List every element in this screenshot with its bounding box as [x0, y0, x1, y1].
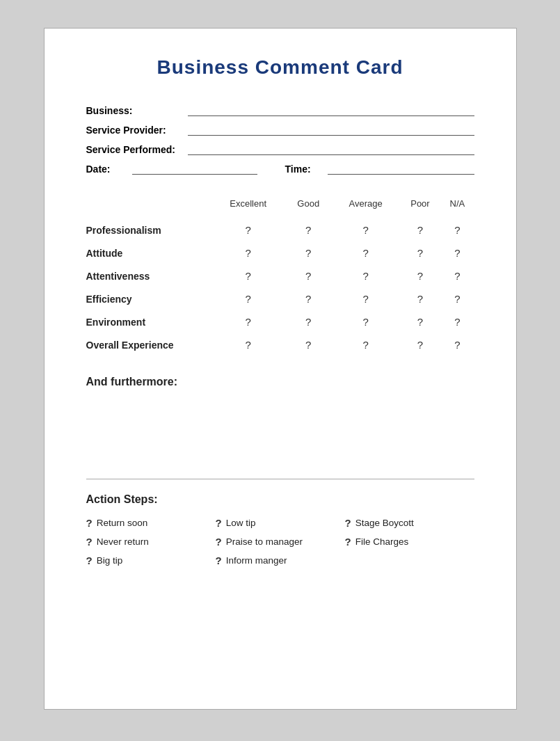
action-text: Never return — [97, 536, 149, 547]
service-performed-label: Service Performed: — [86, 144, 184, 155]
row-label: Attitude — [86, 241, 211, 264]
action-checkbox[interactable]: ? — [345, 536, 351, 548]
rating-cell[interactable]: ? — [400, 241, 441, 264]
rating-cell[interactable]: ? — [400, 333, 441, 356]
table-row: Environment????? — [86, 310, 474, 333]
rating-cell[interactable]: ? — [332, 287, 400, 310]
rating-cell[interactable]: ? — [285, 333, 332, 356]
table-row: Attentiveness????? — [86, 264, 474, 287]
action-item: ?Stage Boycott — [345, 517, 474, 529]
action-checkbox[interactable]: ? — [216, 536, 222, 548]
action-text: Return soon — [97, 518, 148, 528]
rating-cell[interactable]: ? — [440, 264, 474, 287]
rating-cell[interactable]: ? — [440, 310, 474, 333]
action-text: Big tip — [97, 555, 123, 566]
service-performed-input-line[interactable] — [188, 143, 474, 155]
action-item: ?File Charges — [345, 536, 474, 548]
rating-cell[interactable]: ? — [332, 310, 400, 333]
action-text: File Charges — [355, 536, 409, 547]
date-input-line[interactable] — [132, 162, 257, 175]
rating-cell[interactable]: ? — [285, 310, 332, 333]
divider — [86, 479, 474, 479]
rating-cell[interactable]: ? — [332, 264, 400, 287]
action-checkbox[interactable]: ? — [216, 555, 222, 566]
rating-cell[interactable]: ? — [440, 287, 474, 310]
rating-cell[interactable]: ? — [211, 218, 285, 241]
action-text: Low tip — [226, 518, 256, 528]
rating-cell[interactable]: ? — [211, 241, 285, 264]
rating-cell[interactable]: ? — [211, 333, 285, 356]
time-label: Time: — [285, 164, 323, 175]
row-label: Efficiency — [86, 287, 211, 310]
rating-cell[interactable]: ? — [400, 310, 441, 333]
rating-cell[interactable]: ? — [332, 333, 400, 356]
rating-cell[interactable]: ? — [285, 218, 332, 241]
action-item: ?Return soon — [86, 517, 216, 529]
time-input-line[interactable] — [328, 162, 474, 175]
rating-cell[interactable]: ? — [332, 218, 400, 241]
card-title: Business Comment Card — [86, 56, 474, 79]
service-provider-field-row: Service Provider: — [86, 123, 474, 136]
comment-card: Business Comment Card Business: Service … — [44, 28, 517, 710]
action-item: ?Low tip — [216, 517, 345, 529]
rating-cell[interactable]: ? — [440, 218, 474, 241]
action-text: Praise to manager — [226, 536, 303, 547]
action-item: ?Praise to manager — [216, 536, 345, 548]
rating-cell[interactable]: ? — [440, 333, 474, 356]
row-label: Overall Experience — [86, 333, 211, 356]
col-header-na: N/A — [440, 194, 474, 218]
rating-cell[interactable]: ? — [285, 287, 332, 310]
rating-cell[interactable]: ? — [400, 287, 441, 310]
rating-cell[interactable]: ? — [285, 264, 332, 287]
col-header-excellent: Excellent — [211, 194, 285, 218]
action-steps-title: Action Steps: — [86, 493, 474, 506]
furthermore-space — [86, 395, 474, 472]
date-label: Date: — [86, 164, 128, 175]
row-label: Professionalism — [86, 218, 211, 241]
table-row: Overall Experience????? — [86, 333, 474, 356]
service-provider-label: Service Provider: — [86, 125, 184, 136]
action-steps-grid: ?Return soon?Low tip?Stage Boycott?Never… — [86, 517, 474, 566]
action-checkbox[interactable]: ? — [345, 517, 351, 529]
action-text: Stage Boycott — [355, 518, 414, 528]
col-header-label — [86, 194, 211, 218]
action-checkbox[interactable]: ? — [216, 517, 222, 529]
table-row: Professionalism????? — [86, 218, 474, 241]
action-item: ?Big tip — [86, 555, 216, 566]
ratings-table: Excellent Good Average Poor N/A Professi… — [86, 194, 474, 356]
col-header-good: Good — [285, 194, 332, 218]
service-provider-input-line[interactable] — [188, 123, 474, 136]
rating-cell[interactable]: ? — [400, 264, 441, 287]
business-field-row: Business: — [86, 104, 474, 116]
table-row: Efficiency????? — [86, 287, 474, 310]
rating-cell[interactable]: ? — [332, 241, 400, 264]
ratings-header-row: Excellent Good Average Poor N/A — [86, 194, 474, 218]
action-text: Inform manger — [226, 555, 287, 566]
row-label: Environment — [86, 310, 211, 333]
business-input-line[interactable] — [188, 104, 474, 116]
col-header-poor: Poor — [400, 194, 441, 218]
rating-cell[interactable]: ? — [400, 218, 441, 241]
rating-cell[interactable]: ? — [211, 264, 285, 287]
row-label: Attentiveness — [86, 264, 211, 287]
action-item — [345, 555, 474, 566]
action-item: ?Never return — [86, 536, 216, 548]
action-checkbox[interactable]: ? — [86, 536, 93, 548]
table-row: Attitude????? — [86, 241, 474, 264]
action-checkbox[interactable]: ? — [86, 555, 93, 566]
action-item: ?Inform manger — [216, 555, 345, 566]
date-time-row: Date: Time: — [86, 162, 474, 175]
rating-cell[interactable]: ? — [211, 287, 285, 310]
service-performed-field-row: Service Performed: — [86, 143, 474, 155]
col-header-average: Average — [332, 194, 400, 218]
rating-cell[interactable]: ? — [440, 241, 474, 264]
action-checkbox[interactable]: ? — [86, 517, 93, 529]
rating-cell[interactable]: ? — [285, 241, 332, 264]
furthermore-label: And furthermore: — [86, 376, 474, 388]
rating-cell[interactable]: ? — [211, 310, 285, 333]
business-label: Business: — [86, 105, 184, 116]
